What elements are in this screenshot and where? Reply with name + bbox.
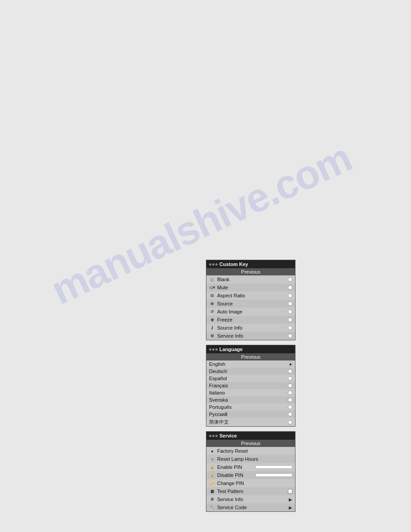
panels-container: Custom Key Previous □ Blank ◁✕ Mute ⊟ As… [206,260,295,512]
watermark-text: manualshive.com [45,134,359,313]
source-icon: ⊕ [208,300,216,307]
service-code-arrow: ▶ [289,505,292,510]
freeze-radio[interactable] [288,317,292,322]
svc-menu-dots [209,435,218,437]
menu-dots [209,263,218,266]
aspect-ratio-radio[interactable] [288,293,292,298]
lang-item-svenska[interactable]: Svenska [206,396,295,403]
custom-key-title: Custom Key [219,262,248,267]
mute-icon: ◁✕ [208,284,216,291]
svc-item-disable-pin[interactable]: 🔒 Disable PIN [206,471,295,479]
auto-image-icon: ↺ [208,309,216,315]
auto-image-radio[interactable] [288,309,292,314]
lang-item-english[interactable]: English [206,360,295,368]
source-info-icon: i [208,325,216,331]
aspect-ratio-icon: ⊟ [208,292,216,299]
portugues-radio[interactable] [288,405,292,409]
menu-item-source-info[interactable]: i Source Info [206,324,295,332]
service-previous[interactable]: Previous [206,440,295,447]
disable-pin-icon: 🔒 [208,472,216,478]
factory-reset-icon: ● [208,448,216,454]
menu-item-freeze[interactable]: ❄ Freeze [206,316,295,324]
change-pin-icon: 🔑 [208,480,216,486]
svc-dot-3 [215,435,218,437]
source-label: Source [216,301,288,306]
watermark: manualshive.com [45,90,358,358]
menu-item-auto-image[interactable]: ↺ Auto Image [206,308,295,316]
disable-pin-bar [255,473,292,477]
reset-lamp-label: Reset Lamp Hours [216,456,292,462]
svc-service-info-icon: ⚙ [208,496,216,502]
deutsch-radio[interactable] [288,369,292,373]
custom-key-previous[interactable]: Previous [206,268,295,275]
english-label: English [208,361,288,367]
svc-dot-1 [209,435,211,437]
service-menu: Service Previous ● Factory Reset ☼ Reset… [206,431,295,512]
svc-item-test-pattern[interactable]: ▦ Test Pattern [206,487,295,495]
english-radio[interactable] [288,362,292,366]
freeze-icon: ❄ [208,317,216,323]
espanol-radio[interactable] [288,376,292,381]
lang-item-russian[interactable]: Русский [206,411,295,418]
lang-dot-1 [209,348,211,351]
francais-label: Français [208,383,288,388]
svc-item-enable-pin[interactable]: 🔒 Enable PIN [206,463,295,471]
russian-radio[interactable] [288,412,292,416]
svenska-label: Svenska [208,397,288,403]
custom-key-header: Custom Key [206,260,295,268]
svc-service-info-label: Service Info [216,497,289,502]
custom-key-menu: Custom Key Previous □ Blank ◁✕ Mute ⊟ As… [206,260,295,340]
blank-radio[interactable] [288,277,292,282]
svc-item-service-code[interactable]: 🔧 Service Code ▶ [206,503,295,511]
svc-item-reset-lamp[interactable]: ☼ Reset Lamp Hours [206,455,295,463]
italiano-label: Italiano [208,390,288,395]
lang-item-italiano[interactable]: Italiano [206,389,295,396]
blank-label: Blank [216,277,288,282]
language-previous[interactable]: Previous [206,353,295,360]
test-pattern-icon: ▦ [208,488,216,494]
espanol-label: Español [208,376,288,381]
service-title: Service [219,433,237,438]
chinese-label: 简体中文 [208,419,288,425]
language-title: Language [219,347,243,352]
enable-pin-icon: 🔒 [208,464,216,470]
service-info-label: Service Info [216,333,288,339]
dot-1 [209,263,211,266]
lang-item-portugues[interactable]: Português [206,403,295,411]
change-pin-label: Change PIN [216,481,292,486]
russian-label: Русский [208,412,288,417]
lang-item-francais[interactable]: Français [206,382,295,389]
service-code-label: Service Code [216,505,289,510]
svc-item-service-info[interactable]: ⚙ Service Info ▶ [206,495,295,503]
auto-image-label: Auto Image [216,309,288,314]
service-code-icon: 🔧 [208,504,216,511]
svenska-radio[interactable] [288,398,292,402]
menu-item-source[interactable]: ⊕ Source [206,300,295,308]
mute-radio[interactable] [288,285,292,290]
dot-3 [215,263,218,266]
enable-pin-bar [255,465,292,469]
test-pattern-checkbox[interactable] [288,489,292,493]
service-info-radio[interactable] [288,334,292,338]
lang-item-espanol[interactable]: Español [206,375,295,382]
menu-item-mute[interactable]: ◁✕ Mute [206,283,295,292]
lang-item-chinese[interactable]: 简体中文 [206,418,295,426]
svc-item-change-pin[interactable]: 🔑 Change PIN [206,479,295,487]
test-pattern-label: Test Pattern [216,489,288,494]
chinese-radio[interactable] [288,420,292,425]
dot-2 [212,263,214,266]
source-info-radio[interactable] [288,326,292,330]
svc-item-factory-reset[interactable]: ● Factory Reset [206,447,295,455]
source-radio[interactable] [288,301,292,306]
factory-reset-label: Factory Reset [216,448,292,454]
svc-dot-2 [212,435,214,437]
menu-item-aspect-ratio[interactable]: ⊟ Aspect Ratio [206,292,295,300]
francais-radio[interactable] [288,383,292,388]
portugues-label: Português [208,404,288,410]
mute-label: Mute [216,285,288,290]
italiano-radio[interactable] [288,390,292,395]
lang-item-deutsch[interactable]: Deutsch [206,368,295,375]
menu-item-service-info[interactable]: ⚙ Service Info [206,332,295,340]
blank-icon: □ [208,276,216,283]
menu-item-blank[interactable]: □ Blank [206,275,295,283]
